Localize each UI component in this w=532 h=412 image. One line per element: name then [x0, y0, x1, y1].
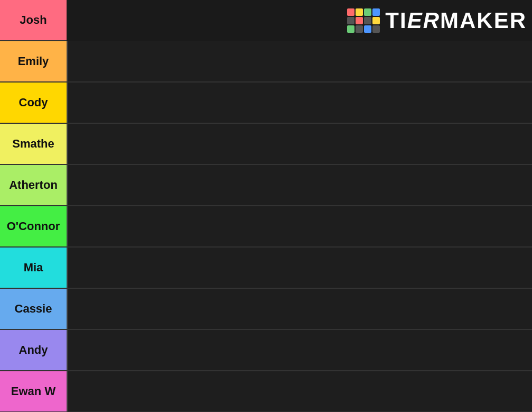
tier-label: Cassie [0, 289, 67, 329]
tier-row: Josh [0, 0, 532, 41]
tier-row: Atherton [0, 165, 532, 206]
tier-content[interactable] [67, 330, 532, 370]
tier-label: Smathe [0, 124, 67, 164]
tier-label: Josh [0, 0, 67, 40]
tier-content[interactable] [67, 165, 532, 205]
tier-label: Andy [0, 330, 67, 370]
tier-content[interactable] [67, 248, 532, 288]
tier-row: Cassie [0, 289, 532, 330]
tier-content[interactable] [67, 83, 532, 123]
tier-label: Emily [0, 41, 67, 81]
tier-list: JoshEmilyCodySmatheAthertonO'ConnorMiaCa… [0, 0, 532, 412]
tier-content[interactable] [67, 371, 532, 411]
tier-content[interactable] [67, 206, 532, 246]
tier-content[interactable] [67, 41, 532, 81]
tier-row: Mia [0, 248, 532, 289]
tier-content[interactable] [67, 0, 532, 40]
tier-content[interactable] [67, 124, 532, 164]
tier-row: O'Connor [0, 206, 532, 248]
tier-row: Cody [0, 83, 532, 124]
tier-label: Ewan W [0, 371, 67, 411]
tier-content[interactable] [67, 289, 532, 329]
tier-row: Ewan W [0, 371, 532, 412]
tier-label: Cody [0, 83, 67, 123]
tier-label: Mia [0, 248, 67, 288]
tier-row: Emily [0, 41, 532, 83]
tier-row: Andy [0, 330, 532, 371]
tier-label: Atherton [0, 165, 67, 205]
tier-label: O'Connor [0, 206, 67, 246]
tier-row: Smathe [0, 124, 532, 165]
